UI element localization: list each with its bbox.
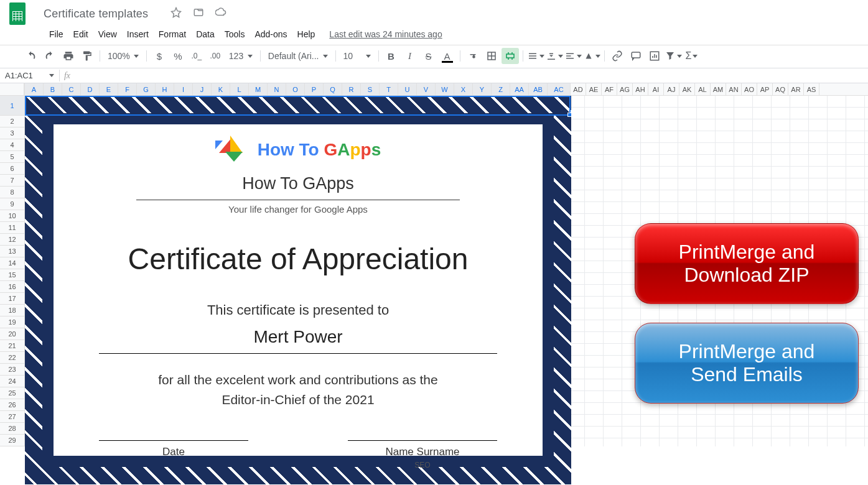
column-header-AG[interactable]: AG [617, 83, 633, 95]
text-wrap-button[interactable] [564, 48, 582, 64]
row-header-7[interactable]: 7 [0, 175, 24, 187]
menu-data[interactable]: Data [192, 27, 219, 41]
star-icon[interactable] [170, 7, 182, 21]
row-header-16[interactable]: 16 [0, 281, 24, 293]
row-header-14[interactable]: 14 [0, 257, 24, 269]
row-header-2[interactable]: 2 [0, 116, 24, 127]
column-header-I[interactable]: I [174, 83, 193, 95]
row-header-22[interactable]: 22 [0, 352, 24, 364]
column-header-AH[interactable]: AH [633, 83, 648, 95]
row-header-20[interactable]: 20 [0, 328, 24, 340]
font-dropdown[interactable]: Default (Ari... [264, 50, 332, 62]
insert-chart-button[interactable] [646, 48, 663, 64]
row-header-17[interactable]: 17 [0, 293, 24, 305]
column-header-Y[interactable]: Y [473, 83, 492, 95]
row-header-8[interactable]: 8 [0, 187, 24, 198]
decrease-decimal-button[interactable]: .0_ [188, 48, 205, 64]
printmerge-download-zip-button[interactable]: PrintMerge andDownload ZIP [635, 223, 859, 304]
print-button[interactable] [60, 48, 77, 64]
menu-edit[interactable]: Edit [69, 27, 93, 41]
column-header-AF[interactable]: AF [602, 83, 617, 95]
column-header-AP[interactable]: AP [757, 83, 773, 95]
column-header-H[interactable]: H [156, 83, 174, 95]
column-header-S[interactable]: S [361, 83, 380, 95]
paint-format-button[interactable] [78, 48, 96, 64]
printmerge-send-emails-button[interactable]: PrintMerge andSend Emails [635, 323, 859, 404]
row-header-12[interactable]: 12 [0, 234, 24, 246]
column-header-N[interactable]: N [268, 83, 286, 95]
last-edit-text[interactable]: Last edit was 24 minutes ago [329, 29, 442, 39]
row-header-15[interactable]: 15 [0, 269, 24, 281]
column-header-AI[interactable]: AI [648, 83, 664, 95]
column-header-AQ[interactable]: AQ [773, 83, 788, 95]
column-header-B[interactable]: B [44, 83, 62, 95]
strikethrough-button[interactable]: S [420, 48, 437, 64]
column-header-V[interactable]: V [417, 83, 436, 95]
column-header-D[interactable]: D [81, 83, 100, 95]
insert-comment-button[interactable] [627, 48, 645, 64]
row-header-29[interactable]: 29 [0, 435, 24, 446]
column-header-L[interactable]: L [230, 83, 249, 95]
column-header-F[interactable]: F [118, 83, 137, 95]
column-header-Q[interactable]: Q [324, 83, 342, 95]
column-header-R[interactable]: R [342, 83, 361, 95]
column-header-W[interactable]: W [436, 83, 454, 95]
column-header-A[interactable]: A [25, 83, 44, 95]
row-header-6[interactable]: 6 [0, 163, 24, 175]
column-header-O[interactable]: O [286, 83, 305, 95]
column-header-AK[interactable]: AK [679, 83, 695, 95]
document-name[interactable]: Certificate templates [44, 7, 148, 21]
column-header-AM[interactable]: AM [711, 83, 726, 95]
row-header-27[interactable]: 27 [0, 411, 24, 423]
move-folder-icon[interactable] [193, 7, 204, 21]
column-header-AB[interactable]: AB [529, 83, 548, 95]
column-header-AD[interactable]: AD [571, 83, 586, 95]
bold-button[interactable]: B [383, 48, 400, 64]
menu-add-ons[interactable]: Add-ons [250, 27, 291, 41]
zoom-dropdown[interactable]: 100% [104, 50, 142, 62]
filter-button[interactable] [665, 48, 682, 64]
row-header-1[interactable]: 1 [0, 96, 24, 116]
column-header-AJ[interactable]: AJ [664, 83, 679, 95]
column-header-AL[interactable]: AL [695, 83, 711, 95]
redo-button[interactable] [41, 48, 58, 64]
currency-button[interactable]: $ [151, 48, 168, 64]
functions-button[interactable]: Σ [683, 48, 701, 64]
menu-view[interactable]: View [94, 27, 121, 41]
row-header-5[interactable]: 5 [0, 151, 24, 163]
column-header-AC[interactable]: AC [548, 83, 571, 95]
row-header-13[interactable]: 13 [0, 246, 24, 257]
column-header-AO[interactable]: AO [742, 83, 757, 95]
menu-format[interactable]: Format [154, 27, 190, 41]
insert-link-button[interactable] [609, 48, 626, 64]
column-header-K[interactable]: K [212, 83, 230, 95]
row-header-4[interactable]: 4 [0, 139, 24, 151]
column-header-J[interactable]: J [193, 83, 212, 95]
column-header-C[interactable]: C [62, 83, 81, 95]
row-header-9[interactable]: 9 [0, 198, 24, 210]
column-header-E[interactable]: E [100, 83, 118, 95]
menu-insert[interactable]: Insert [123, 27, 153, 41]
column-header-T[interactable]: T [380, 83, 398, 95]
row-header-28[interactable]: 28 [0, 423, 24, 435]
fill-color-button[interactable] [464, 48, 482, 64]
italic-button[interactable]: I [401, 48, 419, 64]
number-format-dropdown[interactable]: 123 [225, 50, 256, 62]
text-color-button[interactable]: A [439, 48, 456, 64]
row-header-19[interactable]: 19 [0, 316, 24, 328]
column-header-AN[interactable]: AN [726, 83, 742, 95]
formula-bar[interactable] [75, 75, 868, 77]
font-size-dropdown[interactable]: 10 [340, 50, 375, 62]
row-header-3[interactable]: 3 [0, 127, 24, 139]
menu-help[interactable]: Help [293, 27, 320, 41]
column-header-P[interactable]: P [305, 83, 324, 95]
vertical-align-button[interactable] [546, 48, 563, 64]
horizontal-align-button[interactable] [527, 48, 544, 64]
increase-decimal-button[interactable]: .00 [207, 48, 224, 64]
column-header-AR[interactable]: AR [788, 83, 804, 95]
row-header-24[interactable]: 24 [0, 376, 24, 387]
row-header-21[interactable]: 21 [0, 340, 24, 352]
row-header-10[interactable]: 10 [0, 210, 24, 222]
column-header-U[interactable]: U [398, 83, 417, 95]
merge-cells-button[interactable] [502, 48, 519, 64]
